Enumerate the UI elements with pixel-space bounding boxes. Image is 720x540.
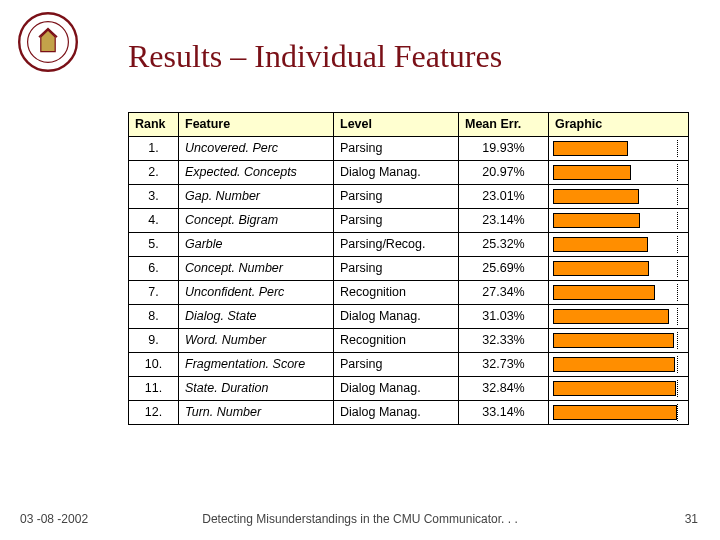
table-row: 3.Gap. NumberParsing23.01% (129, 185, 689, 209)
cell-feature: State. Duration (179, 377, 334, 401)
bar-track (553, 285, 684, 300)
bar-fill (553, 357, 675, 372)
cell-feature: Unconfident. Perc (179, 281, 334, 305)
bar-tick (677, 140, 678, 157)
cell-mean-err: 23.14% (459, 209, 549, 233)
bar-track (553, 405, 684, 420)
table-row: 10.Fragmentation. ScoreParsing32.73% (129, 353, 689, 377)
table-row: 2.Expected. ConceptsDialog Manag.20.97% (129, 161, 689, 185)
bar-fill (553, 213, 640, 228)
cell-mean-err: 32.73% (459, 353, 549, 377)
bar-track (553, 213, 684, 228)
cell-level: Dialog Manag. (334, 401, 459, 425)
bar-track (553, 333, 684, 348)
bar-track (553, 189, 684, 204)
cell-feature: Concept. Number (179, 257, 334, 281)
cell-mean-err: 23.01% (459, 185, 549, 209)
cell-level: Recognition (334, 329, 459, 353)
cell-level: Parsing (334, 137, 459, 161)
bar-tick (677, 380, 678, 397)
bar-fill (553, 333, 674, 348)
table-row: 11.State. DurationDialog Manag.32.84% (129, 377, 689, 401)
cell-mean-err: 25.32% (459, 233, 549, 257)
cell-graphic (549, 137, 689, 161)
cell-rank: 9. (129, 329, 179, 353)
cell-graphic (549, 281, 689, 305)
bar-tick (677, 236, 678, 253)
table-row: 8.Dialog. StateDialog Manag.31.03% (129, 305, 689, 329)
table-row: 12.Turn. NumberDialog Manag.33.14% (129, 401, 689, 425)
bar-track (553, 165, 684, 180)
bar-track (553, 261, 684, 276)
cell-graphic (549, 209, 689, 233)
cell-level: Parsing (334, 257, 459, 281)
cell-level: Parsing (334, 353, 459, 377)
cell-level: Parsing (334, 185, 459, 209)
cell-rank: 8. (129, 305, 179, 329)
cell-graphic (549, 185, 689, 209)
cell-rank: 12. (129, 401, 179, 425)
cell-feature: Concept. Bigram (179, 209, 334, 233)
university-seal-icon (18, 12, 78, 72)
footer-caption: Detecting Misunderstandings in the CMU C… (0, 512, 720, 526)
cell-level: Parsing (334, 209, 459, 233)
cell-graphic (549, 257, 689, 281)
bar-track (553, 381, 684, 396)
bar-fill (553, 285, 655, 300)
cell-graphic (549, 305, 689, 329)
results-table: Rank Feature Level Mean Err. Graphic 1.U… (128, 112, 688, 425)
cell-graphic (549, 377, 689, 401)
cell-mean-err: 32.33% (459, 329, 549, 353)
cell-rank: 2. (129, 161, 179, 185)
bar-fill (553, 405, 677, 420)
table-row: 1.Uncovered. PercParsing19.93% (129, 137, 689, 161)
cell-mean-err: 31.03% (459, 305, 549, 329)
cell-feature: Word. Number (179, 329, 334, 353)
bar-fill (553, 309, 669, 324)
cell-rank: 7. (129, 281, 179, 305)
bar-tick (677, 260, 678, 277)
bar-tick (677, 164, 678, 181)
bar-track (553, 141, 684, 156)
cell-rank: 11. (129, 377, 179, 401)
bar-fill (553, 237, 648, 252)
cell-feature: Uncovered. Perc (179, 137, 334, 161)
table-row: 7.Unconfident. PercRecognition27.34% (129, 281, 689, 305)
cell-feature: Turn. Number (179, 401, 334, 425)
cell-feature: Expected. Concepts (179, 161, 334, 185)
bar-fill (553, 189, 639, 204)
cell-mean-err: 20.97% (459, 161, 549, 185)
table-row: 5.GarbleParsing/Recog.25.32% (129, 233, 689, 257)
bar-tick (677, 188, 678, 205)
bar-fill (553, 165, 631, 180)
cell-mean-err: 33.14% (459, 401, 549, 425)
bar-track (553, 237, 684, 252)
col-mean-err: Mean Err. (459, 113, 549, 137)
table-header-row: Rank Feature Level Mean Err. Graphic (129, 113, 689, 137)
cell-mean-err: 19.93% (459, 137, 549, 161)
page-title: Results – Individual Features (128, 38, 502, 75)
cell-graphic (549, 161, 689, 185)
cell-feature: Fragmentation. Score (179, 353, 334, 377)
col-level: Level (334, 113, 459, 137)
cell-rank: 6. (129, 257, 179, 281)
bar-fill (553, 141, 628, 156)
table-row: 6.Concept. NumberParsing25.69% (129, 257, 689, 281)
col-graphic: Graphic (549, 113, 689, 137)
cell-mean-err: 25.69% (459, 257, 549, 281)
bar-track (553, 357, 684, 372)
cell-rank: 4. (129, 209, 179, 233)
cell-mean-err: 32.84% (459, 377, 549, 401)
bar-tick (677, 356, 678, 373)
cell-level: Recognition (334, 281, 459, 305)
cell-rank: 3. (129, 185, 179, 209)
cell-feature: Dialog. State (179, 305, 334, 329)
cell-graphic (549, 329, 689, 353)
cell-level: Dialog Manag. (334, 161, 459, 185)
bar-tick (677, 332, 678, 349)
cell-feature: Gap. Number (179, 185, 334, 209)
col-feature: Feature (179, 113, 334, 137)
bar-tick (677, 284, 678, 301)
col-rank: Rank (129, 113, 179, 137)
bar-fill (553, 261, 649, 276)
